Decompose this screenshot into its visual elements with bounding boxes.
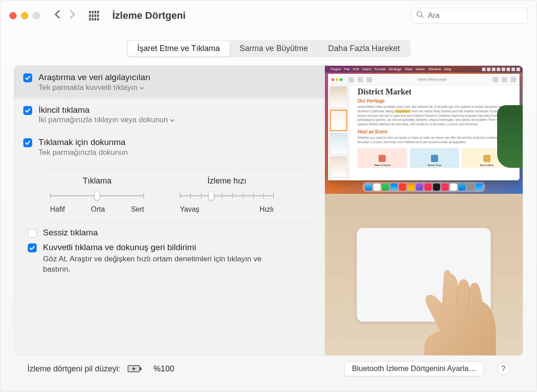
battery-icon	[128, 365, 142, 373]
force-click-label: Kuvvetli tıklama ve dokunuş geri bildiri…	[43, 242, 276, 252]
show-all-icon[interactable]	[89, 11, 99, 21]
preview-menubar: PagesFileEditInsertFormatArrangeViewShar…	[325, 66, 523, 72]
option-secondary-click[interactable]: İkincil tıklama İki parmağınızla tıklayı…	[14, 98, 325, 131]
tab-scroll-zoom[interactable]: Sarma ve Büyütme	[230, 41, 318, 56]
checkbox-silent[interactable]	[28, 229, 37, 238]
window-title: İzleme Dörtgeni	[112, 10, 406, 21]
option-silent-click[interactable]: Sessiz tıklama	[43, 227, 311, 238]
battery-label: İzleme dörtgeni pil düzeyi:	[27, 364, 120, 374]
slider-click-track[interactable]	[50, 190, 144, 201]
close-button[interactable]	[9, 12, 17, 19]
preview-doc-title: District Market	[358, 87, 511, 97]
search-icon	[416, 11, 424, 21]
bottom-options: Sessiz tıklama Kuvvetli tıklama ve dokun…	[14, 223, 325, 284]
tab-point-click[interactable]: İşaret Etme ve Tıklama	[128, 41, 230, 56]
slider-click: Tıklama Hafif Orta Sert	[50, 176, 144, 213]
checkbox-lookup[interactable]	[23, 73, 32, 82]
checkbox-tap[interactable]	[23, 138, 32, 147]
chevron-down-icon	[170, 115, 175, 124]
option-force-click[interactable]: Kuvvetli tıklama ve dokunuş geri bildiri…	[43, 242, 311, 275]
svg-line-1	[422, 16, 424, 18]
battery-value: %100	[153, 364, 174, 374]
footer: İzleme dörtgeni pil düzeyi: %100 Bluetoo…	[14, 356, 523, 382]
slider-tracking-label: İzleme hızı	[207, 176, 246, 186]
svg-rect-3	[140, 367, 141, 370]
search-box[interactable]	[411, 8, 528, 24]
slider-tracking-max: Hızlı	[260, 205, 274, 213]
slider-tracking: İzleme hızı	[180, 176, 274, 213]
option-tap-to-click[interactable]: Tıklamak için dokunma Tek parmağınızla d…	[14, 131, 325, 163]
preview-app-window: District Market.pages District Market	[328, 74, 520, 180]
options-list: Araştırma ve veri algılayıcıları Tek par…	[14, 66, 325, 355]
slider-click-mid: Orta	[91, 205, 105, 213]
setup-bluetooth-button[interactable]: Bluetooth İzleme Dörtgenini Ayarla…	[344, 361, 484, 376]
preview-trackpad-area	[325, 194, 523, 355]
option-tap-title: Tıklamak için dokunma	[38, 137, 128, 148]
force-click-desc: Göz At, Araştır ve değişken hızlı ortam …	[43, 254, 276, 275]
hand-icon	[406, 261, 496, 356]
slider-click-label: Tıklama	[83, 176, 111, 186]
minimize-button[interactable]	[21, 12, 28, 19]
preferences-window: İzleme Dörtgeni İşaret Etme ve Tıklama S…	[0, 0, 537, 392]
gesture-preview: PagesFileEditInsertFormatArrangeViewShar…	[325, 66, 523, 355]
nav-arrows	[54, 9, 76, 22]
zoom-button	[33, 12, 40, 19]
tab-more-gestures[interactable]: Daha Fazla Hareket	[318, 41, 409, 56]
option-tap-sub: Tek parmağınızla dokunun	[38, 148, 128, 157]
checkbox-force[interactable]	[28, 243, 37, 252]
svg-point-0	[417, 12, 422, 17]
option-secondary-sub[interactable]: İki parmağınızla tıklayın veya dokunun	[38, 115, 175, 124]
window-controls	[9, 12, 40, 19]
silent-click-label: Sessiz tıklama	[43, 227, 98, 238]
titlebar: İzleme Dörtgeni	[0, 0, 537, 31]
slider-tracking-track[interactable]	[180, 190, 274, 201]
tab-bar: İşaret Etme ve Tıklama Sarma ve Büyütme …	[127, 40, 411, 57]
chevron-down-icon	[140, 83, 144, 92]
preview-dock	[363, 182, 485, 192]
sliders-row: Tıklama Hafif Orta Sert	[14, 168, 325, 218]
search-input[interactable]	[428, 11, 523, 20]
option-lookup[interactable]: Araştırma ve veri algılayıcıları Tek par…	[14, 66, 325, 98]
forward-button	[69, 9, 76, 22]
option-lookup-title: Araştırma ve veri algılayıcıları	[38, 72, 150, 83]
slider-click-max: Sert	[131, 205, 144, 213]
content-area: İşaret Etme ve Tıklama Sarma ve Büyütme …	[0, 31, 537, 392]
preview-desktop: PagesFileEditInsertFormatArrangeViewShar…	[325, 66, 523, 194]
settings-panel: Araştırma ve veri algılayıcıları Tek par…	[14, 65, 523, 356]
back-button[interactable]	[54, 9, 60, 22]
checkbox-secondary[interactable]	[23, 106, 32, 115]
option-secondary-title: İkincil tıklama	[38, 105, 175, 116]
option-lookup-sub[interactable]: Tek parmakla kuvvetli tıklayın	[38, 83, 150, 92]
slider-click-min: Hafif	[50, 205, 65, 213]
slider-tracking-min: Yavaş	[180, 205, 199, 213]
help-button[interactable]: ?	[497, 362, 510, 375]
